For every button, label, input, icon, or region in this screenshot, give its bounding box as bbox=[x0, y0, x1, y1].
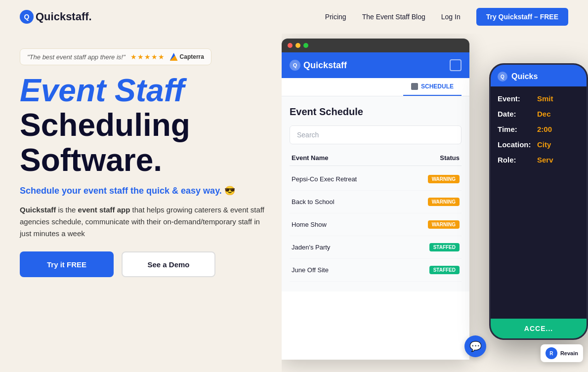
phone-event-label: Event: bbox=[498, 94, 533, 103]
description-text1: is the bbox=[56, 206, 78, 214]
cta-buttons: Try it FREE See a Demo bbox=[20, 251, 267, 277]
event-name-3: Home Show bbox=[292, 221, 327, 228]
nav-links: Pricing The Event Staff Blog Log In Try … bbox=[325, 8, 568, 26]
tagline: Schedule your event staff the quick & ea… bbox=[20, 185, 267, 196]
phone-location-row: Location: City bbox=[498, 140, 580, 149]
phone-event-row: Event: Smit bbox=[498, 94, 580, 103]
minimize-dot bbox=[295, 43, 300, 48]
accept-button[interactable]: ACCE... bbox=[491, 319, 587, 338]
chat-bubble[interactable] bbox=[464, 335, 486, 357]
phone-event-value: Smit bbox=[537, 94, 553, 103]
close-dot bbox=[288, 43, 293, 48]
try-free-button[interactable]: Try it FREE bbox=[20, 251, 114, 277]
status-badge-5: STAFFED bbox=[429, 266, 460, 274]
event-name-5: June Off Site bbox=[292, 266, 329, 274]
app-body: Event Schedule Search Event Name Status … bbox=[282, 96, 469, 291]
capterra-text: Capterra bbox=[180, 53, 204, 60]
status-badge-1: WARNING bbox=[428, 175, 460, 183]
revain-text: Revain bbox=[560, 350, 578, 356]
col-event-name: Event Name bbox=[292, 154, 328, 162]
review-badge: "The best event staff app there is!" ★★★… bbox=[20, 48, 211, 65]
headline-software: Software. bbox=[20, 143, 267, 177]
logo-text: Quickstaff. bbox=[36, 10, 92, 23]
event-name-2: Back to School bbox=[292, 198, 335, 206]
phone-time-value: 2:00 bbox=[537, 125, 552, 133]
headline-scheduling: Scheduling bbox=[20, 108, 267, 142]
col-status: Status bbox=[440, 154, 460, 162]
revain-icon: R bbox=[546, 347, 557, 359]
description: Quickstaff is the event staff app that h… bbox=[20, 204, 267, 240]
table-row[interactable]: Home Show WARNING bbox=[290, 213, 462, 236]
phone-role-value: Serv bbox=[537, 156, 553, 164]
see-demo-button[interactable]: See a Demo bbox=[122, 251, 215, 277]
search-box[interactable]: Search bbox=[290, 125, 462, 144]
phone-time-row: Time: 2:00 bbox=[498, 125, 580, 133]
description-brand: Quickstaff bbox=[20, 206, 56, 214]
app-logo-text: Quickstaff bbox=[303, 60, 347, 71]
schedule-tab-icon bbox=[411, 83, 418, 90]
capterra-logo: Capterra bbox=[170, 53, 204, 61]
status-badge-2: WARNING bbox=[428, 198, 460, 206]
nav-link-login[interactable]: Log In bbox=[441, 13, 461, 21]
left-panel: "The best event staff app there is!" ★★★… bbox=[0, 34, 287, 372]
maximize-dot bbox=[303, 43, 308, 48]
try-quickstaff-button[interactable]: Try Quickstaff – FREE bbox=[476, 8, 568, 26]
tab-schedule[interactable]: SCHEDULE bbox=[403, 78, 462, 96]
event-name-4: Jaden's Party bbox=[292, 244, 330, 251]
table-row[interactable]: June Off Site STAFFED bbox=[290, 259, 462, 282]
phone-body: Event: Smit Date: Dec Time: 2:00 Locatio… bbox=[491, 86, 587, 172]
phone-logo-q: Q bbox=[498, 72, 507, 82]
nav-link-pricing[interactable]: Pricing bbox=[325, 13, 346, 21]
navbar: Quickstaff. Pricing The Event Staff Blog… bbox=[0, 0, 588, 34]
review-text: "The best event staff app there is!" bbox=[27, 53, 126, 61]
phone-header: Q Quicks bbox=[491, 65, 587, 86]
calendar-icon[interactable] bbox=[450, 59, 462, 71]
phone-location-label: Location: bbox=[498, 140, 533, 149]
phone-time-label: Time: bbox=[498, 125, 533, 133]
capterra-icon bbox=[170, 53, 178, 61]
phone-date-row: Date: Dec bbox=[498, 110, 580, 118]
nav-logo: Quickstaff. bbox=[20, 10, 92, 24]
table-row[interactable]: Jaden's Party STAFFED bbox=[290, 236, 462, 259]
phone-location-value: City bbox=[537, 140, 551, 149]
status-badge-4: STAFFED bbox=[429, 243, 460, 251]
right-panel: Q Quickstaff SCHEDULE Event Schedule Sea… bbox=[282, 34, 588, 372]
table-header: Event Name Status bbox=[290, 150, 462, 166]
headline: Event Staff Scheduling Software. bbox=[20, 73, 267, 177]
phone-role-row: Role: Serv bbox=[498, 156, 580, 164]
tab-bar: SCHEDULE bbox=[282, 78, 469, 96]
phone-date-label: Date: bbox=[498, 110, 533, 118]
mobile-phone: Q Quicks Event: Smit Date: Dec Time: 2:0… bbox=[489, 63, 588, 340]
description-bold: event staff app bbox=[78, 206, 130, 214]
phone-screen: Q Quicks Event: Smit Date: Dec Time: 2:0… bbox=[491, 65, 587, 338]
phone-logo-text: Quicks bbox=[511, 72, 538, 81]
table-row[interactable]: Pepsi-Co Exec Retreat WARNING bbox=[290, 168, 462, 191]
phone-date-value: Dec bbox=[537, 110, 551, 118]
revain-badge[interactable]: R Revain bbox=[541, 344, 583, 362]
event-name-1: Pepsi-Co Exec Retreat bbox=[292, 175, 357, 183]
tab-schedule-label: SCHEDULE bbox=[421, 83, 454, 90]
star-rating: ★★★★★ bbox=[130, 53, 165, 61]
app-header-logo: Q Quickstaff bbox=[290, 60, 347, 71]
browser-titlebar bbox=[282, 39, 469, 52]
headline-italic: Event Staff bbox=[20, 73, 267, 108]
app-header: Q Quickstaff bbox=[282, 52, 469, 78]
status-badge-3: WARNING bbox=[428, 220, 460, 229]
app-logo-q: Q bbox=[290, 60, 300, 71]
nav-link-blog[interactable]: The Event Staff Blog bbox=[362, 13, 425, 21]
browser-window: Q Quickstaff SCHEDULE Event Schedule Sea… bbox=[282, 39, 469, 360]
phone-role-label: Role: bbox=[498, 156, 533, 164]
table-row[interactable]: Back to School WARNING bbox=[290, 191, 462, 213]
event-schedule-title: Event Schedule bbox=[290, 106, 462, 118]
main-content: "The best event staff app there is!" ★★★… bbox=[0, 34, 588, 372]
logo-q-icon bbox=[20, 10, 34, 24]
